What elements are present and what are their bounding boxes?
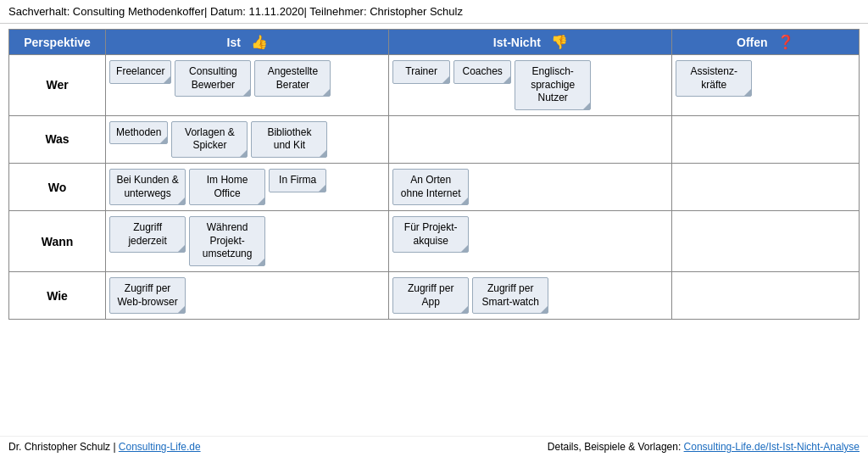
analysis-table: Perspektive Ist 👍 Ist-Nicht 👎 Offen ❓	[8, 29, 860, 320]
istnicht-card: Für Projekt-akquise	[392, 216, 469, 253]
row-offen-4	[672, 271, 860, 319]
row-istnicht-1	[389, 115, 672, 163]
ist-card: Vorlagen & Spicker	[171, 121, 248, 158]
ist-card: Zugriff per Web-browser	[109, 277, 186, 314]
row-label-wo: Wo	[9, 163, 106, 210]
ist-card: Bibliothek und Kit	[251, 121, 327, 158]
row-label-wie: Wie	[9, 271, 106, 319]
row-ist-2: Bei Kunden & unterwegsIm Home OfficeIn F…	[106, 163, 389, 210]
header-istnicht: Ist-Nicht 👎	[389, 30, 672, 55]
row-offen-2	[672, 163, 860, 210]
istnicht-card: An Orten ohne Internet	[392, 169, 469, 205]
row-istnicht-3: Für Projekt-akquise	[389, 211, 672, 272]
row-ist-4: Zugriff per Web-browser	[106, 271, 389, 319]
row-istnicht-4: Zugriff per AppZugriff per Smart-watch	[389, 271, 672, 319]
ist-card: Im Home Office	[189, 169, 265, 205]
ist-card: Angestellte Berater	[254, 60, 331, 97]
row-label-wer: Wer	[9, 55, 106, 116]
header-ist: Ist 👍	[106, 30, 389, 55]
istnicht-card: Zugriff per App	[392, 277, 469, 314]
table-header-row: Perspektive Ist 👍 Ist-Nicht 👎 Offen ❓	[9, 30, 860, 55]
row-istnicht-2: An Orten ohne Internet	[389, 163, 672, 210]
row-offen-0: Assistenz-kräfte	[672, 55, 860, 116]
istnicht-card: Englisch-sprachige Nutzer	[515, 60, 591, 110]
ist-card: In Firma	[269, 169, 326, 192]
footer-right: Details, Beispiele & Vorlagen: Consultin…	[548, 441, 860, 453]
row-ist-0: FreelancerConsulting BewerberAngestellte…	[106, 55, 389, 116]
row-label-wann: Wann	[9, 211, 106, 272]
ist-card: Zugriff jederzeit	[109, 216, 186, 253]
page-title: Sachverhalt: Consulting Methodenkoffer| …	[8, 5, 463, 18]
header-offen: Offen ❓	[672, 30, 860, 55]
table-row: WasMethodenVorlagen & SpickerBibliothek …	[9, 115, 860, 163]
thumb-up-icon: 👍	[251, 34, 268, 50]
table-row: WerFreelancerConsulting BewerberAngestel…	[9, 55, 860, 116]
row-ist-3: Zugriff jederzeitWährend Projekt-umsetzu…	[106, 211, 389, 272]
footer: Dr. Christopher Schulz | Consulting-Life…	[0, 436, 868, 457]
row-ist-1: MethodenVorlagen & SpickerBibliothek und…	[106, 115, 389, 163]
thumb-down-icon: 👎	[551, 34, 568, 50]
table-row: WannZugriff jederzeitWährend Projekt-ums…	[9, 211, 860, 272]
footer-right-link[interactable]: Consulting-Life.de/Ist-Ist-Nicht-Analyse	[684, 441, 860, 453]
footer-left: Dr. Christopher Schulz | Consulting-Life…	[8, 441, 201, 453]
main-content: Perspektive Ist 👍 Ist-Nicht 👎 Offen ❓	[0, 24, 868, 436]
ist-card: Methoden	[109, 121, 168, 145]
row-offen-3	[672, 211, 860, 272]
row-istnicht-0: TrainerCoachesEnglisch-sprachige Nutzer	[389, 55, 672, 116]
ist-card: Während Projekt-umsetzung	[189, 216, 265, 266]
footer-left-link[interactable]: Consulting-Life.de	[119, 441, 201, 453]
istnicht-card: Trainer	[392, 60, 450, 84]
ist-card: Bei Kunden & unterwegs	[109, 169, 186, 205]
table-row: WoBei Kunden & unterwegsIm Home OfficeIn…	[9, 163, 860, 210]
row-label-was: Was	[9, 115, 106, 163]
table-row: WieZugriff per Web-browserZugriff per Ap…	[9, 271, 860, 319]
top-bar: Sachverhalt: Consulting Methodenkoffer| …	[0, 0, 868, 24]
ist-card: Freelancer	[109, 60, 171, 84]
istnicht-card: Zugriff per Smart-watch	[472, 277, 548, 314]
ist-card: Consulting Bewerber	[175, 60, 251, 97]
row-offen-1	[672, 115, 860, 163]
offen-card: Assistenz-kräfte	[676, 60, 752, 97]
istnicht-card: Coaches	[453, 60, 511, 84]
question-icon: ❓	[777, 34, 794, 50]
header-perspektive: Perspektive	[9, 30, 106, 55]
